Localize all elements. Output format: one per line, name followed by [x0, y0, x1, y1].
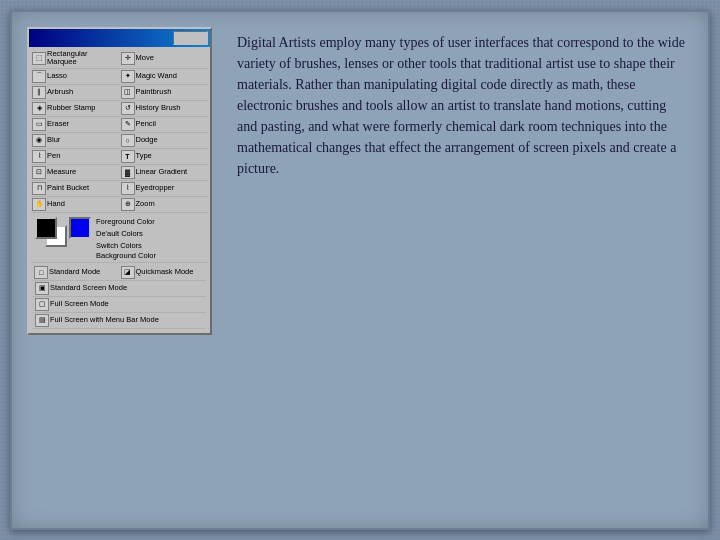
eraser-label: Eraser	[47, 120, 69, 128]
slide-container: ⬚ RectangularMarquee ✛ Move ⌒ Lasso ✦ Ma…	[10, 10, 710, 530]
tool-rectangular-marquee[interactable]: ⬚ RectangularMarquee	[31, 49, 120, 68]
tool-standard-screen[interactable]: ▣ Standard Screen Mode	[33, 281, 206, 297]
measure-label: Measure	[47, 168, 76, 176]
tool-standard-mode[interactable]: □ Standard Mode	[33, 265, 120, 280]
tool-row-5: ▭ Eraser ✎ Pencil	[31, 117, 208, 133]
measure-icon: ⊡	[32, 166, 46, 179]
paintbrush-icon: ◫	[121, 86, 135, 99]
quickmask-icon: ◪	[121, 266, 135, 279]
dodge-icon: ○	[121, 134, 135, 147]
pencil-label: Pencil	[136, 120, 156, 128]
tool-paint-bucket[interactable]: ⊓ Paint Bucket	[31, 181, 120, 196]
quickmask-label: Quickmask Mode	[136, 268, 194, 276]
tool-dodge[interactable]: ○ Dodge	[120, 133, 209, 148]
paintbrush-label: Paintbrush	[136, 88, 172, 96]
pen-icon: ⌇	[32, 150, 46, 163]
bucket-label: Paint Bucket	[47, 184, 89, 192]
wand-icon: ✦	[121, 70, 135, 83]
tool-lasso[interactable]: ⌒ Lasso	[31, 69, 120, 84]
mode-row-1: □ Standard Mode ◪ Quickmask Mode	[33, 265, 206, 281]
tool-quickmask[interactable]: ◪ Quickmask Mode	[120, 265, 207, 280]
tool-eyedropper[interactable]: ⌇ Eyedropper	[120, 181, 209, 196]
blur-icon: ◉	[32, 134, 46, 147]
dropper-icon: ⌇	[121, 182, 135, 195]
lasso-icon: ⌒	[32, 70, 46, 83]
body-text-area: Digital Artists employ many types of use…	[232, 27, 693, 184]
wand-label: Magic Wand	[136, 72, 177, 80]
photoshop-toolbox: ⬚ RectangularMarquee ✛ Move ⌒ Lasso ✦ Ma…	[27, 27, 212, 335]
tool-measure[interactable]: ⊡ Measure	[31, 165, 120, 180]
move-label: Move	[136, 54, 154, 62]
foreground-color-label: Foreground Color	[96, 217, 155, 226]
tool-hand[interactable]: ✋ Hand	[31, 197, 120, 212]
airbrush-label: Arbrush	[47, 88, 73, 96]
tool-full-screen[interactable]: ▢ Full Screen Mode	[33, 297, 206, 313]
standard-mode-icon: □	[34, 266, 48, 279]
color-section: Foreground Color De'ault Colors Switch C…	[31, 213, 208, 263]
foreground-color-swatch[interactable]	[35, 217, 57, 239]
tool-pencil[interactable]: ✎ Pencil	[120, 117, 209, 132]
tool-row-1: ⬚ RectangularMarquee ✛ Move	[31, 49, 208, 69]
toolbox-titlebar	[29, 29, 210, 47]
tool-eraser[interactable]: ▭ Eraser	[31, 117, 120, 132]
tool-row-6: ◉ Blur ○ Dodge	[31, 133, 208, 149]
dodge-label: Dodge	[136, 136, 158, 144]
gradient-icon: ▓	[121, 166, 135, 179]
tool-row-3: ∥ Arbrush ◫ Paintbrush	[31, 85, 208, 101]
screen-std-icon: ▣	[35, 282, 49, 295]
marquee-icon: ⬚	[32, 52, 46, 65]
lasso-label: Lasso	[47, 72, 67, 80]
move-icon: ✛	[121, 52, 135, 65]
mode-section: □ Standard Mode ◪ Quickmask Mode ▣ Stand…	[31, 263, 208, 331]
screen-menu-label: Full Screen with Menu Bar Mode	[50, 316, 159, 324]
tool-zoom[interactable]: ⊕ Zoom	[120, 197, 209, 212]
dropper-label: Eyedropper	[136, 184, 175, 192]
tools-area: ⬚ RectangularMarquee ✛ Move ⌒ Lasso ✦ Ma…	[29, 47, 210, 333]
tool-airbrush[interactable]: ∥ Arbrush	[31, 85, 120, 100]
pen-label: Pen	[47, 152, 60, 160]
active-color-indicator	[69, 217, 91, 239]
screen-std-label: Standard Screen Mode	[50, 284, 127, 292]
zoom-label: Zoom	[136, 200, 155, 208]
background-color-label: Background Color	[96, 251, 156, 260]
zoom-icon: ⊕	[121, 198, 135, 211]
standard-mode-label: Standard Mode	[49, 268, 100, 276]
screen-menu-icon: ▤	[35, 314, 49, 327]
tool-blur[interactable]: ◉ Blur	[31, 133, 120, 148]
tool-gradient[interactable]: ▓ Linear Gradient	[120, 165, 209, 180]
marquee-label: RectangularMarquee	[47, 50, 87, 67]
bucket-icon: ⊓	[32, 182, 46, 195]
tool-magic-wand[interactable]: ✦ Magic Wand	[120, 69, 209, 84]
tool-paintbrush[interactable]: ◫ Paintbrush	[120, 85, 209, 100]
tool-row-7: ⌇ Pen T Type	[31, 149, 208, 165]
tool-row-4: ◈ Rubber Stamp ↺ History Brush	[31, 101, 208, 117]
body-text: Digital Artists employ many types of use…	[237, 32, 688, 179]
stamp-icon: ◈	[32, 102, 46, 115]
blur-label: Blur	[47, 136, 60, 144]
screen-full-label: Full Screen Mode	[50, 300, 109, 308]
background-color-label-area: De'ault Colors	[96, 229, 143, 238]
tool-row-8: ⊡ Measure ▓ Linear Gradient	[31, 165, 208, 181]
tool-history-brush[interactable]: ↺ History Brush	[120, 101, 209, 116]
tool-row-9: ⊓ Paint Bucket ⌇ Eyedropper	[31, 181, 208, 197]
eye-widget[interactable]	[173, 31, 208, 45]
history-icon: ↺	[121, 102, 135, 115]
stamp-label: Rubber Stamp	[47, 104, 95, 112]
tool-pen[interactable]: ⌇ Pen	[31, 149, 120, 164]
history-label: History Brush	[136, 104, 181, 112]
tool-full-screen-menu[interactable]: ▤ Full Screen with Menu Bar Mode	[33, 313, 206, 329]
tool-row-2: ⌒ Lasso ✦ Magic Wand	[31, 69, 208, 85]
tool-row-10: ✋ Hand ⊕ Zoom	[31, 197, 208, 213]
tool-type[interactable]: T Type	[120, 149, 209, 164]
screen-full-icon: ▢	[35, 298, 49, 311]
eraser-icon: ▭	[32, 118, 46, 131]
type-label: Type	[136, 152, 152, 160]
pencil-icon: ✎	[121, 118, 135, 131]
type-icon: T	[121, 150, 135, 163]
tool-rubber-stamp[interactable]: ◈ Rubber Stamp	[31, 101, 120, 116]
airbrush-icon: ∥	[32, 86, 46, 99]
tool-move[interactable]: ✛ Move	[120, 49, 209, 68]
switch-colors-area: Switch Colors	[96, 241, 142, 250]
gradient-label: Linear Gradient	[136, 168, 188, 176]
hand-label: Hand	[47, 200, 65, 208]
